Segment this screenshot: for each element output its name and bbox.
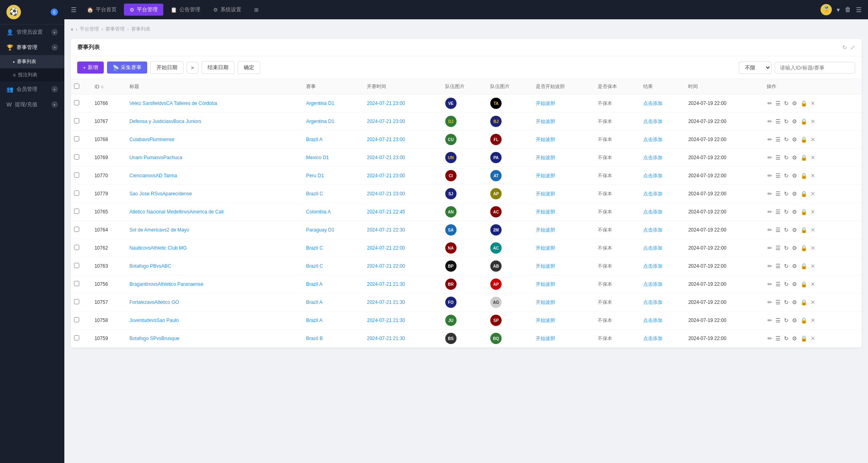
refresh-icon[interactable]: ↻ bbox=[784, 245, 789, 251]
fullscreen-icon[interactable]: ⤢ bbox=[850, 44, 855, 51]
refresh-icon[interactable]: ↻ bbox=[784, 317, 789, 324]
list-icon[interactable]: ☰ bbox=[775, 317, 781, 324]
sidebar-subitem-bet-list[interactable]: ≡ 投注列表 bbox=[0, 68, 64, 82]
settings-icon[interactable]: ⚙ bbox=[792, 227, 797, 233]
handicap-status[interactable]: 开始波胆 bbox=[536, 191, 555, 197]
sidebar-item-withdraw[interactable]: W 提现/充值 ▸ bbox=[0, 97, 64, 112]
match-title-link[interactable]: NauticovsAthletic Club MG bbox=[130, 245, 187, 251]
list-icon[interactable]: ☰ bbox=[775, 227, 781, 233]
date-arrow-button[interactable]: > bbox=[187, 62, 199, 74]
list-icon[interactable]: ☰ bbox=[775, 172, 781, 179]
result-add-link[interactable]: 点击添加 bbox=[643, 227, 662, 233]
settings-icon[interactable]: ⚙ bbox=[792, 118, 797, 125]
delete-icon[interactable]: ✕ bbox=[810, 245, 815, 251]
settings-icon[interactable]: ⚙ bbox=[792, 263, 797, 269]
edit-icon[interactable]: ✏ bbox=[767, 335, 772, 342]
refresh-icon[interactable]: ↻ bbox=[842, 44, 847, 51]
match-league-link[interactable]: Mexico D1 bbox=[306, 155, 329, 160]
edit-icon[interactable]: ✏ bbox=[767, 191, 772, 197]
edit-icon[interactable]: ✏ bbox=[767, 172, 772, 179]
match-league-link[interactable]: Paraguay D1 bbox=[306, 227, 334, 233]
refresh-icon[interactable]: ↻ bbox=[784, 136, 789, 143]
match-title-link[interactable]: Sao Jose RSvsAparecidense bbox=[130, 191, 192, 197]
handicap-status[interactable]: 开始波胆 bbox=[536, 263, 555, 269]
delete-icon[interactable]: ✕ bbox=[810, 136, 815, 143]
sidebar-subitem-match-list[interactable]: ▪ 赛事列表 bbox=[0, 55, 64, 68]
topnav-platform[interactable]: ⚙ 平台管理 bbox=[124, 4, 163, 16]
lock-icon[interactable]: 🔒 bbox=[800, 263, 807, 269]
sidebar-item-admin[interactable]: 👤 管理员设置 ▸ bbox=[0, 25, 64, 40]
settings-icon[interactable]: ⚙ bbox=[792, 100, 797, 107]
settings-icon[interactable]: ⚙ bbox=[792, 209, 797, 215]
edit-icon[interactable]: ✏ bbox=[767, 263, 772, 269]
row-checkbox[interactable] bbox=[74, 263, 79, 268]
handicap-status[interactable]: 开始波胆 bbox=[536, 281, 555, 287]
refresh-icon[interactable]: ↻ bbox=[784, 191, 789, 197]
result-add-link[interactable]: 点击添加 bbox=[643, 191, 662, 197]
refresh-icon[interactable]: ↻ bbox=[784, 118, 789, 125]
match-league-link[interactable]: Brazil C bbox=[306, 191, 323, 197]
delete-icon[interactable]: ✕ bbox=[810, 118, 815, 125]
delete-icon[interactable]: ✕ bbox=[810, 263, 815, 269]
row-checkbox[interactable] bbox=[74, 335, 79, 340]
list-icon[interactable]: ☰ bbox=[775, 299, 781, 305]
result-add-link[interactable]: 点击添加 bbox=[643, 245, 662, 251]
match-league-link[interactable]: Brazil A bbox=[306, 299, 323, 305]
handicap-status[interactable]: 开始波胆 bbox=[536, 155, 555, 160]
match-title-link[interactable]: Velez SarsfieldvsCA Talleres de Córdoba bbox=[130, 100, 217, 106]
topnav-home[interactable]: 🏠 平台首页 bbox=[81, 4, 122, 16]
row-checkbox[interactable] bbox=[74, 245, 79, 250]
match-title-link[interactable]: Botafogo SPvsBrusque bbox=[130, 336, 179, 341]
match-league-link[interactable]: Argentina D1 bbox=[306, 100, 334, 106]
match-league-link[interactable]: Colombia A bbox=[306, 209, 331, 215]
match-title-link[interactable]: CiencianovsAD Tarma bbox=[130, 173, 177, 178]
trash-icon[interactable]: 🗑 bbox=[845, 6, 851, 13]
result-add-link[interactable]: 点击添加 bbox=[643, 281, 662, 287]
edit-icon[interactable]: ✏ bbox=[767, 245, 772, 251]
row-checkbox[interactable] bbox=[74, 118, 79, 123]
lock-icon[interactable]: 🔒 bbox=[800, 317, 807, 324]
refresh-icon[interactable]: ↻ bbox=[784, 281, 789, 287]
result-add-link[interactable]: 点击添加 bbox=[643, 173, 662, 178]
match-title-link[interactable]: Sol de Americavs2 de Mayo bbox=[130, 227, 189, 233]
list-icon[interactable]: ☰ bbox=[775, 136, 781, 143]
result-add-link[interactable]: 点击添加 bbox=[643, 299, 662, 305]
match-title-link[interactable]: JuventudevsSao Paulo bbox=[130, 318, 179, 323]
lock-icon[interactable]: 🔒 bbox=[800, 118, 807, 125]
new-button[interactable]: + 新增 bbox=[77, 61, 104, 74]
handicap-status[interactable]: 开始波胆 bbox=[536, 245, 555, 251]
lock-icon[interactable]: 🔒 bbox=[800, 154, 807, 161]
lock-icon[interactable]: 🔒 bbox=[800, 209, 807, 215]
result-add-link[interactable]: 点击添加 bbox=[643, 209, 662, 215]
delete-icon[interactable]: ✕ bbox=[810, 227, 815, 233]
sidebar-item-match[interactable]: 🏆 赛事管理 ▾ bbox=[0, 40, 64, 55]
match-title-link[interactable]: BragantinovsAthletico Paranaense bbox=[130, 281, 204, 287]
match-title-link[interactable]: CuiabavsFluminense bbox=[130, 137, 175, 142]
breadcrumb-platform[interactable]: 平台管理 bbox=[80, 26, 99, 33]
refresh-icon[interactable]: ↻ bbox=[784, 154, 789, 161]
row-checkbox[interactable] bbox=[74, 136, 79, 141]
edit-icon[interactable]: ✏ bbox=[767, 299, 772, 305]
delete-icon[interactable]: ✕ bbox=[810, 335, 815, 342]
delete-icon[interactable]: ✕ bbox=[810, 172, 815, 179]
match-league-link[interactable]: Brazil A bbox=[306, 318, 323, 323]
lock-icon[interactable]: 🔒 bbox=[800, 100, 807, 107]
result-add-link[interactable]: 点击添加 bbox=[643, 119, 662, 124]
row-checkbox[interactable] bbox=[74, 191, 79, 196]
lock-icon[interactable]: 🔒 bbox=[800, 335, 807, 342]
settings-icon[interactable]: ⚙ bbox=[792, 191, 797, 197]
handicap-status[interactable]: 开始波胆 bbox=[536, 100, 555, 106]
result-add-link[interactable]: 点击添加 bbox=[643, 155, 662, 160]
list-icon[interactable]: ☰ bbox=[775, 191, 781, 197]
edit-icon[interactable]: ✏ bbox=[767, 154, 772, 161]
refresh-icon[interactable]: ↻ bbox=[784, 172, 789, 179]
delete-icon[interactable]: ✕ bbox=[810, 209, 815, 215]
topnav-announcement[interactable]: 📋 公告管理 bbox=[165, 4, 206, 16]
row-checkbox[interactable] bbox=[74, 154, 79, 160]
topnav-system[interactable]: ⚙ 系统设置 bbox=[208, 4, 247, 16]
match-title-link[interactable]: Defensa y JusticiasvBoca Juniors bbox=[130, 119, 202, 124]
handicap-status[interactable]: 开始波胆 bbox=[536, 173, 555, 178]
lock-icon[interactable]: 🔒 bbox=[800, 172, 807, 179]
handicap-status[interactable]: 开始波胆 bbox=[536, 336, 555, 341]
lock-icon[interactable]: 🔒 bbox=[800, 281, 807, 287]
